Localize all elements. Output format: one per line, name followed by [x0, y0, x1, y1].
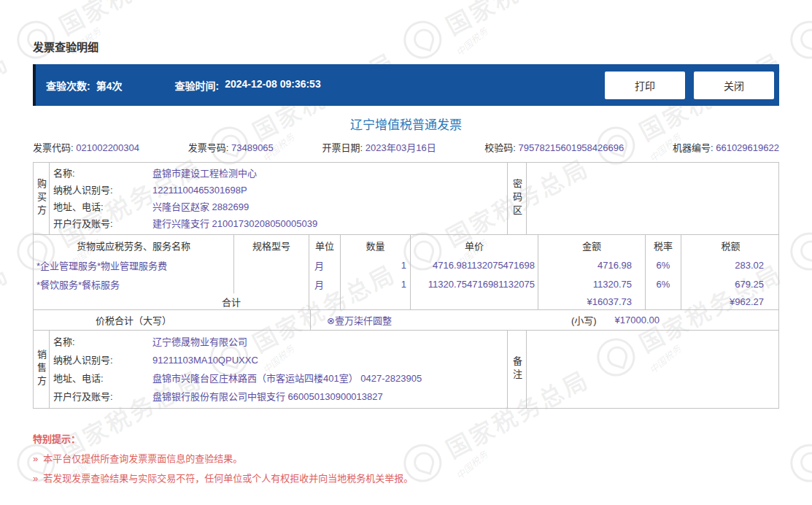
check-time-label: 查验时间:	[174, 78, 219, 93]
total-label: 合计	[34, 293, 309, 309]
check-count-label: 查验次数:	[46, 78, 90, 93]
buyer-address-label: 地址、电话:	[53, 198, 152, 215]
seller-side-label-cell: 销售方	[34, 331, 50, 408]
invoice-verification-page: 国家税务总局中国税务国家税务总局中国税务国家税务总局中国税务国家税务总局中国税务…	[0, 0, 812, 505]
seller-taxid-row: 纳税人识别号: 91211103MA10QPUXXC	[53, 351, 507, 369]
verification-info: 查验次数: 第4次 查验时间: 2024-12-08 09:36:53	[36, 78, 605, 93]
buyer-side-label: 购买方	[34, 179, 48, 218]
seller-name-label: 名称:	[53, 333, 152, 351]
seller-name-value: 辽宁德晟物业有限公司	[152, 333, 507, 351]
item-name: *餐饮服务*餐标服务	[34, 274, 234, 293]
item-tax-amount: 679.25	[681, 274, 780, 293]
check-time-value: 2024-12-08 09:36:53	[225, 78, 321, 93]
buyer-fields: 名称: 盘锦市建设工程检测中心 纳税人识别号: 1221110046530169…	[50, 163, 508, 234]
total-amount: ¥16037.73	[538, 293, 646, 309]
machine-number: 机器编号: 661029619622	[673, 142, 779, 154]
invoice-number-value: 73489065	[231, 142, 274, 153]
item-quantity: 1	[341, 255, 411, 274]
check-code-label: 校验码:	[484, 142, 516, 153]
topbar-buttons: 打印 关闭	[605, 72, 779, 99]
seller-taxid-label: 纳税人识别号:	[53, 351, 152, 369]
item-quantity: 1	[341, 274, 411, 293]
remark-label-cell: 备注	[508, 331, 527, 408]
invoice-code-value: 021002200304	[76, 142, 139, 153]
grand-total-row: 价税合计（大写） ⊗壹万柒仟圆整 (小写) ¥17000.00	[34, 309, 778, 330]
seller-name-row: 名称: 辽宁德晟物业有限公司	[53, 333, 507, 351]
notice-bullet-icon: »	[33, 472, 38, 485]
buyer-bank-value: 建行兴隆支行 21001730208050005039	[152, 215, 507, 232]
remark-area	[527, 331, 778, 408]
buyer-address-row: 地址、电话: 兴隆台区赵家 2882699	[53, 198, 507, 215]
item-amount: 4716.98	[538, 255, 646, 274]
seller-fields: 名称: 辽宁德晟物业有限公司 纳税人识别号: 91211103MA10QPUXX…	[50, 331, 508, 408]
password-area	[527, 163, 778, 234]
check-code-value: 79578215601958426696	[519, 142, 625, 153]
buyer-taxid-label: 纳税人识别号:	[53, 182, 152, 198]
header-unit: 单位	[309, 235, 341, 255]
seller-bank-label: 开户行及账号:	[53, 388, 152, 406]
close-button[interactable]: 关闭	[694, 72, 774, 99]
invoice-number-label: 发票号码:	[188, 142, 229, 153]
invoice-code: 发票代码: 021002200304	[33, 142, 139, 154]
header-unit-price: 单价	[411, 235, 538, 255]
buyer-side-label-cell: 购买方	[34, 163, 50, 234]
total-rate-empty	[646, 293, 681, 309]
buyer-name-label: 名称:	[53, 165, 152, 182]
item-spec	[234, 274, 309, 293]
verification-info-bar: 查验次数: 第4次 查验时间: 2024-12-08 09:36:53 打印 关…	[33, 64, 779, 106]
seller-section: 销售方 名称: 辽宁德晟物业有限公司 纳税人识别号: 91211103MA10Q…	[34, 330, 778, 408]
buyer-address-value: 兴隆台区赵家 2882699	[152, 198, 507, 215]
password-area-label: 密码区	[510, 179, 524, 218]
header-spec: 规格型号	[234, 235, 309, 255]
notice-bullet-icon: »	[33, 452, 38, 465]
notice-title: 特别提示：	[33, 433, 779, 445]
check-count: 查验次数: 第4次	[46, 78, 122, 93]
item-spec	[234, 255, 309, 274]
header-tax-amount: 税额	[681, 235, 780, 255]
notice-text: 若发现发票查验结果与实际交易不符，任何单位或个人有权拒收并向当地税务机关举报。	[43, 472, 413, 485]
notice-text: 本平台仅提供所查询发票票面信息的查验结果。	[43, 452, 242, 465]
header-amount: 金额	[538, 235, 646, 255]
item-amount: 11320.75	[538, 274, 646, 293]
amount-figures: ¥17000.00	[615, 315, 660, 325]
seller-address-row: 地址、电话: 盘锦市兴隆台区庄林路西（市客运站四楼401室） 0427-2823…	[53, 369, 507, 388]
check-count-value: 第4次	[96, 78, 123, 93]
item-tax-amount: 283.02	[681, 255, 780, 274]
item-unit: 月	[309, 255, 341, 274]
total-qty-empty	[341, 293, 411, 309]
invoice-date-label: 开票日期:	[322, 142, 363, 153]
remark-label: 备注	[510, 356, 524, 382]
invoice-title: 辽宁增值税普通发票	[33, 118, 779, 133]
item-tax-rate: 6%	[646, 274, 681, 293]
machine-number-value: 661029619622	[716, 142, 779, 153]
print-button[interactable]: 打印	[605, 72, 685, 99]
seller-bank-row: 开户行及账号: 盘锦银行股份有限公司中银支行 66005013090001382…	[53, 388, 507, 406]
invoice-date-value: 2023年03月16日	[366, 142, 436, 153]
check-time: 查验时间: 2024-12-08 09:36:53	[174, 78, 320, 93]
goods-total-row: 合计 ¥16037.73 ¥962.27	[34, 293, 778, 309]
amount-figures-label: (小写)	[571, 313, 597, 327]
buyer-bank-label: 开户行及账号:	[53, 215, 152, 232]
header-quantity: 数量	[341, 235, 411, 255]
goods-row-1: *企业管理服务*物业管理服务费 月 1 4716.981132075471698…	[34, 255, 778, 274]
grand-total-label: 价税合计（大写）	[34, 310, 311, 330]
total-unit-empty	[309, 293, 341, 309]
seller-taxid-value: 91211103MA10QPUXXC	[152, 351, 507, 369]
invoice-table: 购买方 名称: 盘锦市建设工程检测中心 纳税人识别号: 122111004653…	[33, 162, 779, 409]
goods-table: 货物或应税劳务、服务名称 规格型号 单位 数量 单价 金额 税率 税额 *企业管…	[34, 234, 778, 309]
password-area-label-cell: 密码区	[508, 163, 527, 234]
buyer-taxid-row: 纳税人识别号: 12211100465301698P	[53, 182, 507, 198]
buyer-bank-row: 开户行及账号: 建行兴隆支行 21001730208050005039	[53, 215, 507, 232]
goods-header-row: 货物或应税劳务、服务名称 规格型号 单位 数量 单价 金额 税率 税额	[34, 235, 778, 255]
item-unit-price: 11320.754716981132075	[411, 274, 538, 293]
item-name: *企业管理服务*物业管理服务费	[34, 255, 234, 274]
page-title: 发票查验明细	[33, 41, 779, 54]
check-code: 校验码: 79578215601958426696	[484, 142, 624, 154]
total-tax-amount: ¥962.27	[681, 293, 780, 309]
buyer-taxid-value: 12211100465301698P	[152, 182, 507, 198]
invoice-meta-row: 发票代码: 021002200304 发票号码: 73489065 开票日期: …	[33, 142, 779, 154]
content-area: 发票查验明细 查验次数: 第4次 查验时间: 2024-12-08 09:36:…	[0, 0, 812, 485]
seller-address-label: 地址、电话:	[53, 369, 152, 388]
seller-bank-value: 盘锦银行股份有限公司中银支行 660050130900013827	[152, 388, 507, 406]
seller-address-value: 盘锦市兴隆台区庄林路西（市客运站四楼401室） 0427-2823905	[152, 369, 507, 388]
